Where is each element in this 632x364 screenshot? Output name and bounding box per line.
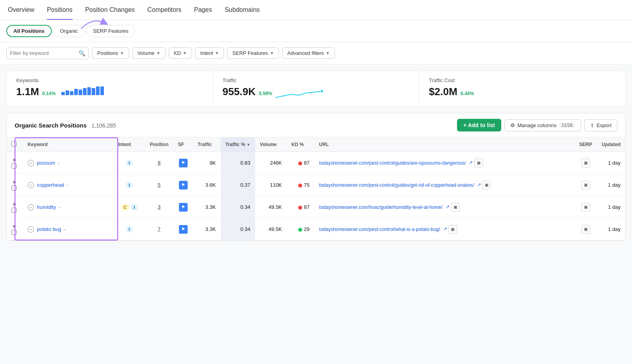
table-row: ► + copperhead » I 5 ⚑ 3.6K 0.37 110K 75… — [7, 174, 625, 196]
row-traffic-cell: 3.3K — [193, 218, 221, 240]
row-volume-cell: 49.5K — [255, 218, 287, 240]
stat-traffic-cost-label: Traffic Cost — [429, 77, 616, 83]
keywords-bar-chart — [61, 86, 104, 95]
bar-7 — [87, 87, 91, 95]
serp-view-icon[interactable]: ▣ — [581, 159, 590, 167]
url-link[interactable]: todayshomeowner.com/pest-control/what-is… — [319, 226, 440, 232]
row-checkbox[interactable] — [11, 163, 17, 169]
keyword-link[interactable]: potato bug — [37, 226, 61, 232]
tab-all-positions[interactable]: All Positions — [6, 25, 52, 37]
keyword-search-input[interactable] — [10, 47, 76, 59]
nav-position-changes[interactable]: Position Changes — [85, 6, 135, 20]
volume-filter-button[interactable]: Volume ▼ — [132, 47, 166, 59]
tab-serp-features[interactable]: SERP Features — [86, 25, 135, 37]
bar-3 — [70, 91, 73, 95]
add-to-list-button[interactable]: + Add to list — [457, 119, 501, 131]
manage-columns-badge: 11/16 — [559, 122, 576, 128]
row-traffic-pct-cell: 0.83 — [221, 152, 255, 174]
tab-organic[interactable]: Organic — [53, 25, 85, 37]
serp-preview-icon[interactable]: ▣ — [474, 159, 483, 167]
external-link-icon[interactable]: ↗ — [446, 204, 450, 210]
row-checkbox[interactable] — [11, 208, 17, 213]
th-kd[interactable]: KD % — [287, 137, 314, 152]
keyword-filter-wrap: 🔍 — [6, 47, 89, 59]
row-kd-cell: 87 — [287, 152, 314, 174]
export-button[interactable]: ⇧ Export — [584, 119, 617, 131]
row-kd-cell: 75 — [287, 174, 314, 196]
external-link-icon[interactable]: ↗ — [443, 226, 447, 232]
th-volume[interactable]: Volume — [255, 137, 287, 152]
th-traffic[interactable]: Traffic — [193, 137, 221, 152]
row-keyword-cell: + potato bug » — [23, 218, 113, 240]
table-row: ► + possum » I 8 ⚑ 8K 0.83 246K 87 today… — [7, 152, 625, 174]
external-link-icon[interactable]: ↗ — [477, 182, 481, 188]
add-keyword-icon[interactable]: + — [28, 182, 34, 188]
th-sf[interactable]: SF — [173, 137, 193, 152]
serp-view-icon[interactable]: ▣ — [581, 181, 590, 190]
double-arrow-icon: » — [66, 183, 69, 188]
nav-overview[interactable]: Overview — [8, 6, 34, 20]
sf-feature-icon[interactable]: ⚑ — [179, 225, 188, 234]
th-updated[interactable]: Updated — [597, 137, 625, 152]
add-keyword-icon[interactable]: + — [28, 226, 34, 233]
serp-preview-icon[interactable]: ▣ — [482, 181, 491, 190]
table-title: Organic Search Positions — [15, 122, 87, 129]
serp-view-icon[interactable]: ▣ — [581, 203, 590, 212]
nav-subdomains[interactable]: Subdomains — [225, 6, 260, 20]
positions-filter-button[interactable]: Positions ▼ — [92, 47, 129, 59]
serp-preview-icon[interactable]: ▣ — [448, 225, 457, 234]
nav-competitors[interactable]: Competitors — [147, 6, 181, 20]
double-arrow-icon: » — [64, 227, 66, 232]
traffic-line-chart — [275, 87, 323, 100]
table-header-bar: Organic Search Positions 1,106,285 + Add… — [7, 113, 625, 137]
nav-positions[interactable]: Positions — [47, 6, 73, 20]
intent-filter-button[interactable]: Intent ▼ — [195, 47, 224, 59]
th-serp[interactable]: SERP — [574, 137, 597, 152]
add-keyword-icon[interactable]: + — [28, 204, 34, 210]
row-checkbox[interactable] — [11, 186, 17, 191]
sf-feature-icon[interactable]: ⚑ — [179, 203, 188, 212]
row-volume-cell: 49.5K — [255, 196, 287, 218]
th-intent[interactable]: Intent — [113, 137, 145, 152]
url-link[interactable]: todayshomeowner.com/hvac/guide/humidity-… — [319, 204, 443, 210]
manage-columns-button[interactable]: ⚙ Manage columns 11/16 — [504, 119, 581, 131]
th-position[interactable]: Position — [145, 137, 173, 152]
row-serp-cell: ▣ — [574, 218, 597, 240]
search-icon[interactable]: 🔍 — [79, 50, 85, 56]
sf-feature-icon[interactable]: ⚑ — [179, 159, 188, 167]
chevron-down-icon: ▼ — [326, 51, 330, 55]
external-link-icon[interactable]: ↗ — [469, 160, 473, 165]
advanced-filters-button[interactable]: Advanced filters ▼ — [282, 47, 335, 59]
row-position-cell: 3 — [145, 196, 173, 218]
expand-row-button[interactable]: ► — [11, 222, 18, 230]
expand-row-button[interactable]: ► — [11, 178, 18, 186]
sf-feature-icon[interactable]: ⚑ — [179, 181, 188, 190]
table-wrapper: Keyword Intent Position SF Traffic Traff… — [7, 137, 625, 240]
row-expand-area: ► — [7, 152, 23, 174]
serp-features-filter-button[interactable]: SERP Features ▼ — [227, 47, 279, 59]
th-traffic-pct[interactable]: Traffic % ▼ — [221, 137, 255, 152]
select-all-checkbox[interactable] — [11, 141, 17, 146]
keyword-link[interactable]: humidity — [37, 204, 56, 210]
row-updated-cell: 1 day — [597, 174, 625, 196]
keyword-link[interactable]: copperhead — [37, 182, 64, 188]
stats-row: Keywords 1.1M 0.14% Traffic 955.9K 5.59% — [6, 71, 626, 107]
row-checkbox[interactable] — [11, 230, 17, 235]
kd-filter-button[interactable]: KD ▼ — [169, 47, 192, 59]
stat-traffic-label: Traffic — [222, 77, 409, 83]
serp-view-icon[interactable]: ▣ — [581, 225, 590, 234]
url-link[interactable]: todayshomeowner.com/pest-control/guides/… — [319, 160, 466, 165]
url-link[interactable]: todayshomeowner.com/pest-control/guides/… — [319, 182, 474, 188]
keyword-link[interactable]: possum — [37, 160, 55, 166]
th-url[interactable]: URL — [314, 137, 575, 152]
table-row: ► + potato bug » I 7 ⚑ 3.3K 0.34 49.5K 2… — [7, 218, 625, 240]
th-keyword[interactable]: Keyword — [23, 137, 113, 152]
add-keyword-icon[interactable]: + — [28, 160, 34, 166]
nav-pages[interactable]: Pages — [194, 6, 212, 20]
serp-preview-icon[interactable]: ▣ — [451, 203, 460, 212]
row-volume-cell: 110K — [255, 174, 287, 196]
row-volume-cell: 246K — [255, 152, 287, 174]
expand-row-button[interactable]: ► — [11, 200, 18, 208]
kd-dot — [298, 206, 302, 210]
expand-row-button[interactable]: ► — [11, 156, 18, 163]
